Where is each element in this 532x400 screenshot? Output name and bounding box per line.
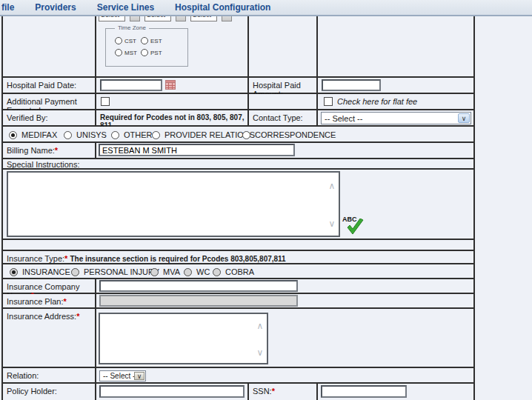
hospital-paid-amount-input[interactable]	[322, 79, 381, 91]
contact-type-dropdown-icon[interactable]: ∨	[458, 113, 470, 123]
contact-source-option-other[interactable]: OTHER	[111, 130, 153, 139]
timezone-fieldset: Time Zone CST EST MST PST	[105, 28, 188, 67]
radio-mst[interactable]	[115, 49, 122, 56]
insurance-plan-cell	[96, 294, 473, 307]
relation-value: -- Select --	[103, 372, 138, 380]
contact-source-option-provider-relations[interactable]: PROVIDER RELATIONS	[152, 130, 255, 139]
contact-source-option-medifax[interactable]: MEDIFAX	[9, 130, 57, 139]
ssn-label: SSN:*	[249, 384, 318, 400]
timezone-option-est[interactable]: EST	[141, 37, 162, 44]
insurance-company-input[interactable]	[99, 280, 298, 292]
policy-holder-cell	[96, 384, 249, 400]
timezone-row-empty-mid	[249, 7, 318, 76]
additional-payment-cell	[96, 94, 249, 109]
menu-item-file[interactable]: file	[0, 2, 24, 13]
timezone-option-cst[interactable]: CST	[115, 37, 136, 44]
policy-holder-input[interactable]	[99, 385, 245, 398]
hospital-paid-date-input[interactable]	[100, 79, 162, 91]
insurance-company-cell	[96, 279, 473, 293]
timezone-row-empty-label	[3, 7, 96, 76]
menu-item-providers[interactable]: Providers	[24, 2, 86, 13]
radio-provider-relations[interactable]	[152, 131, 160, 139]
flat-fee-checkbox[interactable]	[324, 97, 333, 106]
insurance-company-label: Insurance Company Name:*	[3, 279, 96, 293]
relation-row: Relation: -- Select -- ∨	[1, 368, 475, 384]
ssn-cell	[318, 384, 473, 400]
hospital-configuration-page: Select Select Select file Providers Serv…	[0, 0, 532, 400]
flat-fee-option[interactable]: Check here for flat fee	[324, 97, 417, 106]
additional-payment-checkbox[interactable]	[101, 97, 110, 106]
flat-fee-cell: Check here for flat fee	[318, 94, 473, 109]
radio-correspondence[interactable]	[242, 131, 250, 139]
insurance-company-row: Insurance Company Name:*	[1, 279, 475, 294]
radio-unisys[interactable]	[64, 131, 72, 139]
hospital-paid-amount-cell	[318, 78, 473, 93]
contact-type-label: Contact Type:	[249, 110, 318, 125]
relation-dropdown-icon[interactable]: ∨	[134, 372, 144, 380]
contact-source-option-unisys[interactable]: UNISYS	[64, 130, 107, 139]
insurance-type-label: Insurance Type:	[7, 254, 64, 263]
contact-type-select[interactable]: -- Select -- ∨	[321, 112, 471, 124]
additional-payment-empty-cell	[249, 94, 318, 109]
timezone-option-mst[interactable]: MST	[115, 49, 137, 56]
verified-by-note: Required for Pcodes not in 803, 805, 807…	[96, 110, 249, 125]
required-marker: *	[272, 387, 275, 396]
scroll-up-icon[interactable]: ∧	[327, 181, 337, 190]
scroll-down-icon[interactable]: ∨	[255, 348, 265, 357]
radio-cst[interactable]	[115, 37, 122, 44]
insurance-option-cobra[interactable]: COBRA	[213, 267, 254, 276]
timezone-row-empty-right	[318, 7, 473, 76]
radio-wc[interactable]	[184, 268, 192, 276]
billing-name-row: Billing Name:*	[1, 143, 475, 159]
insurance-option-insurance[interactable]: INSURANCE	[10, 267, 70, 276]
insurance-address-label: Insurance Address:*	[3, 309, 96, 367]
special-instructions-textarea[interactable]: ∧ ∨	[7, 171, 340, 237]
additional-payment-row: Additional Payment Expected: Check here …	[1, 94, 475, 110]
scroll-down-icon[interactable]: ∨	[327, 219, 337, 228]
hospital-paid-amount-label: Hospital Paid Amount:	[249, 78, 318, 93]
verified-by-row: Verified By: Required for Pcodes not in …	[1, 110, 475, 127]
contact-source-option-correspondence[interactable]: CORRESPONDENCE	[242, 130, 336, 139]
required-marker: *	[64, 254, 67, 263]
menu-item-hospital-configuration[interactable]: Hospital Configuration	[164, 2, 281, 13]
insurance-option-wc[interactable]: WC	[184, 267, 210, 276]
verified-by-label: Verified By:	[3, 110, 96, 125]
ssn-input[interactable]	[321, 385, 407, 398]
billing-name-label: Billing Name:*	[3, 143, 96, 158]
insurance-plan-row: Insurance Plan:*	[1, 294, 475, 309]
relation-label: Relation:	[3, 368, 96, 382]
hospital-paid-row: Hospital Paid Date: Hospital Paid Amount…	[1, 78, 475, 94]
radio-medifax[interactable]	[9, 131, 17, 139]
menu-item-service-lines[interactable]: Service Lines	[87, 2, 164, 13]
top-menu-bar: file Providers Service Lines Hospital Co…	[0, 0, 532, 16]
insurance-option-personal-injury[interactable]: PERSONAL INJURY	[71, 267, 159, 276]
billing-name-input[interactable]	[99, 144, 295, 156]
scroll-up-icon[interactable]: ∧	[255, 321, 265, 330]
special-instructions-row: ∧ ∨ ABC	[1, 170, 475, 240]
calendar-icon[interactable]	[165, 80, 176, 90]
radio-est[interactable]	[141, 37, 148, 44]
insurance-address-textarea[interactable]: ∧ ∨	[99, 313, 268, 364]
spellcheck-icon[interactable]: ABC	[342, 216, 365, 236]
relation-select[interactable]: -- Select -- ∨	[99, 370, 146, 381]
special-instructions-label: Special Instructions:	[3, 159, 473, 168]
radio-other[interactable]	[111, 131, 119, 139]
contact-type-cell: -- Select -- ∨	[318, 110, 473, 125]
radio-mva[interactable]	[150, 268, 159, 276]
insurance-type-note: The insurance section is required for Pc…	[70, 255, 285, 263]
contact-source-row: MEDIFAX UNISYS OTHER PROVIDER RELATIONS …	[1, 127, 475, 143]
contact-type-value: -- Select --	[325, 114, 362, 123]
billing-name-cell	[96, 143, 473, 158]
insurance-address-cell: ∧ ∨	[96, 309, 473, 367]
insurance-option-mva[interactable]: MVA	[150, 267, 180, 276]
additional-payment-label: Additional Payment Expected:	[3, 94, 96, 109]
radio-insurance[interactable]	[10, 268, 18, 276]
required-marker: *	[76, 312, 79, 321]
spellcheck-checkmark	[345, 219, 365, 236]
timezone-option-pst[interactable]: PST	[141, 49, 162, 56]
hospital-paid-date-cell	[96, 78, 249, 93]
radio-personal-injury[interactable]	[71, 268, 79, 276]
required-marker: *	[63, 297, 66, 306]
radio-cobra[interactable]	[213, 268, 221, 276]
radio-pst[interactable]	[141, 49, 148, 56]
